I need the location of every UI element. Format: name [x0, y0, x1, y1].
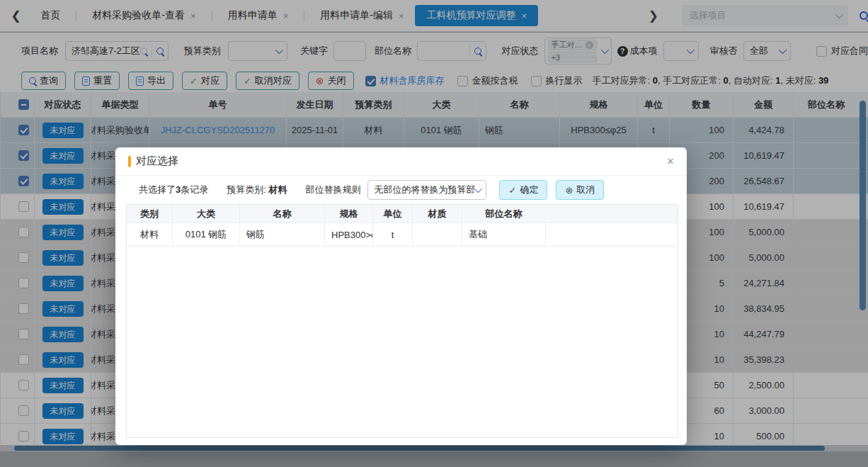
dialog-table-header: 类别大类名称规格单位材质部位名称 — [127, 205, 678, 223]
title-accent-bar — [128, 156, 131, 167]
dialog-cell — [413, 223, 462, 246]
dialog-cell: 0101 钢筋 — [173, 223, 240, 246]
circle-x-icon: ⊗ — [565, 185, 573, 196]
dialog-cell: 材料 — [127, 223, 173, 246]
chevron-down-icon — [474, 185, 482, 193]
dialog-cell: t — [373, 223, 413, 246]
confirm-button[interactable]: ✓ 确定 — [499, 180, 547, 200]
selected-count-text: 共选择了3条记录 — [139, 184, 208, 196]
cancel-button[interactable]: ⊗ 取消 — [556, 180, 604, 200]
replace-rule-value: 无部位的将替换为预算部 — [374, 184, 474, 196]
dialog-header-cell-部位名称: 部位名称 — [462, 205, 546, 223]
budget-type-text: 预算类别: 材料 — [227, 184, 287, 196]
dialog-title-bar: 对应选择 × — [115, 147, 687, 176]
dialog-header-cell-规格: 规格 — [325, 205, 373, 223]
dialog-header-cell-名称: 名称 — [240, 205, 325, 223]
replace-rule-label: 部位替换规则 — [305, 184, 360, 196]
dialog-table: 类别大类名称规格单位材质部位名称 材料0101 钢筋钢筋HPB300>φt基础 — [126, 204, 678, 438]
dialog-header-cell-大类: 大类 — [173, 205, 240, 223]
dialog-title: 对应选择 — [136, 154, 178, 168]
dialog-header-cell-类别: 类别 — [127, 205, 173, 223]
match-selection-dialog: 对应选择 × 共选择了3条记录 预算类别: 材料 部位替换规则 无部位的将替换为… — [115, 147, 687, 445]
check-icon: ✓ — [508, 185, 516, 196]
dialog-cell: 基础 — [462, 223, 546, 246]
dialog-table-row[interactable]: 材料0101 钢筋钢筋HPB300>φt基础 — [127, 223, 678, 247]
dialog-header-cell-材质: 材质 — [413, 205, 462, 223]
dialog-cell: 钢筋 — [240, 223, 325, 246]
dialog-table-body: 材料0101 钢筋钢筋HPB300>φt基础 — [127, 223, 678, 247]
replace-rule-select[interactable]: 无部位的将替换为预算部 — [367, 180, 486, 200]
dialog-close-icon[interactable]: × — [667, 155, 674, 167]
dialog-cell: HPB300>φ — [325, 223, 373, 246]
dialog-info-row: 共选择了3条记录 预算类别: 材料 部位替换规则 无部位的将替换为预算部 ✓ 确… — [115, 176, 687, 204]
dialog-header-cell-单位: 单位 — [373, 205, 413, 223]
